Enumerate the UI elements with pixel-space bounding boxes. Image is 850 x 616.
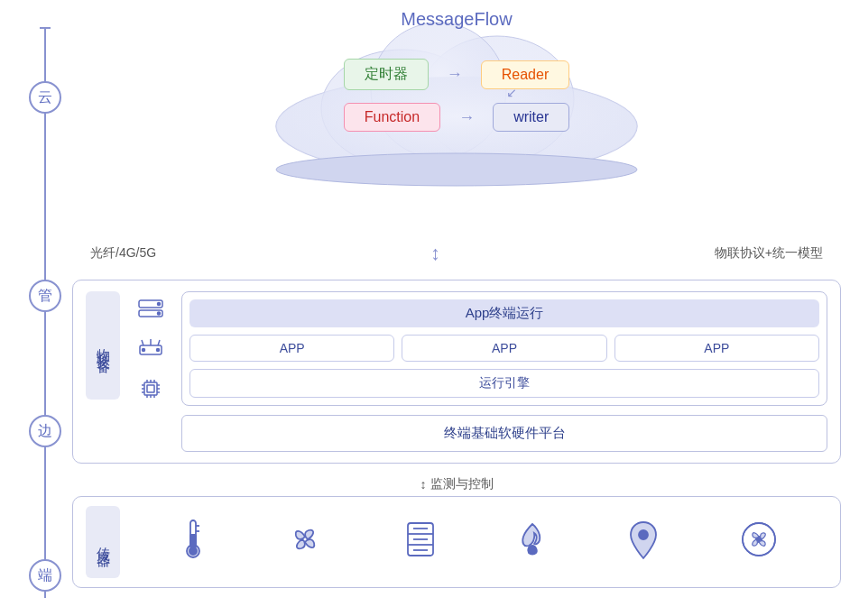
svg-point-43 (639, 530, 648, 539)
svg-point-7 (158, 303, 161, 306)
main-content: MessageFlow 定时器 → (72, 9, 841, 607)
app-box-1: APP (189, 335, 394, 362)
box-timer: 定时器 (344, 59, 429, 90)
arrow-timer-reader: → (447, 65, 463, 84)
iot-icons (131, 291, 171, 407)
server-icon (131, 299, 171, 324)
edge-section: 物联设备 (72, 280, 841, 464)
sensor-inner: 传感器 (86, 506, 827, 578)
cloud-row-1: 定时器 → Reader (344, 59, 569, 90)
iot-label: 物联设备 (86, 291, 120, 400)
box-writer: writer (493, 103, 569, 132)
sidebar-item-yun: 云 (29, 81, 61, 114)
label-iot-protocol: 物联协议+统一模型 (715, 245, 823, 262)
hardware-platform: 终端基础软硬件平台 (181, 415, 827, 452)
svg-point-5 (276, 153, 637, 186)
sensor-icons (131, 517, 827, 568)
fire-icon (516, 519, 549, 566)
router-icon (131, 336, 171, 363)
cloud-boxes: 定时器 → Reader ↗ Function → writer (285, 59, 628, 132)
app-box-3: APP (614, 335, 819, 362)
fan-icon (285, 519, 325, 565)
gps-icon (627, 519, 660, 566)
chip-icon (131, 376, 171, 407)
arrow-function-writer: → (458, 108, 475, 127)
box-reader: Reader (481, 60, 569, 89)
svg-line-13 (158, 340, 160, 345)
app-runtime-header: App终端运行 (189, 299, 819, 327)
cloud-row-2-wrapper: ↗ Function → writer (344, 103, 569, 132)
runtime-engine: 运行引擎 (189, 369, 819, 398)
svg-point-33 (189, 547, 197, 555)
svg-rect-32 (190, 535, 196, 547)
thermometer-icon (180, 517, 207, 568)
middle-labels: 光纤/4G/5G ↕ 物联协议+统一模型 (72, 234, 841, 272)
svg-point-9 (158, 312, 161, 315)
svg-rect-16 (144, 382, 157, 395)
cloud-title: MessageFlow (401, 9, 512, 29)
app-row: APP APP APP (189, 335, 819, 362)
wind-fan-icon (739, 519, 779, 565)
label-fiber: 光纤/4G/5G (90, 245, 156, 262)
cloud-section: MessageFlow 定时器 → (72, 9, 841, 234)
flow-meter-icon (404, 519, 437, 565)
edge-inner: 物联设备 (86, 291, 827, 452)
svg-point-14 (143, 349, 145, 352)
back-arrow: ↗ (506, 87, 517, 101)
svg-line-11 (142, 340, 143, 345)
monitoring-label: ↕ 监测与控制 (72, 473, 841, 496)
middle-bidirectional-arrow: ↕ (430, 242, 440, 265)
sensor-section: 传感器 (72, 496, 841, 588)
sidebar-item-guan: 管 (29, 280, 61, 312)
sidebar-item-bian: 边 (29, 415, 61, 447)
app-runtime-area: App终端运行 APP APP APP 运行引擎 终端基础软硬件平台 (181, 291, 827, 452)
box-function: Function (344, 103, 440, 132)
cloud-row-2: Function → writer (344, 103, 569, 132)
sensor-label: 传感器 (86, 506, 120, 578)
sidebar: 云 管 边 端 (18, 27, 72, 598)
svg-point-15 (157, 349, 160, 352)
sidebar-item-duan: 端 (29, 559, 61, 592)
svg-rect-17 (147, 385, 154, 392)
app-box-2: APP (402, 335, 606, 362)
